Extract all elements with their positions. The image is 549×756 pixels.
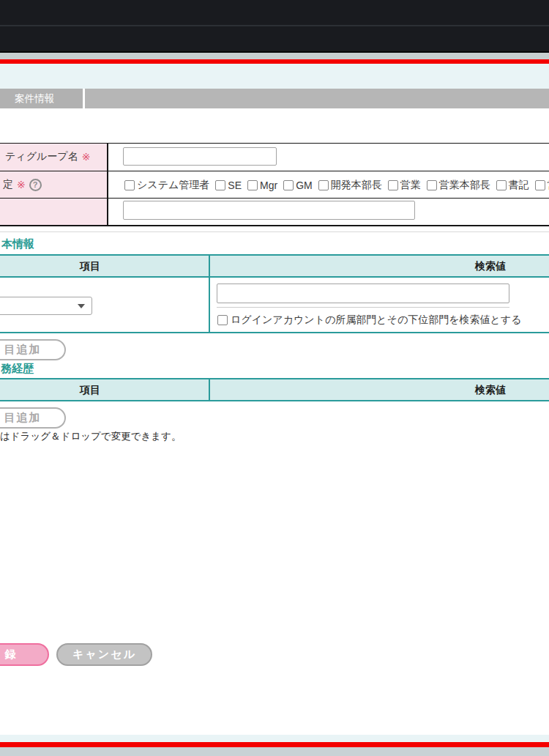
group-name-input[interactable] xyxy=(123,147,277,166)
page-footer-strip xyxy=(0,735,549,742)
role-checkbox-mgr[interactable]: Mgr xyxy=(247,179,277,191)
form-border-vertical xyxy=(107,143,108,226)
career-table-border-bottom xyxy=(0,400,549,401)
red-accent-line-bottom xyxy=(0,742,549,747)
tab-label: 案件情報 xyxy=(15,92,54,105)
checkbox-icon[interactable] xyxy=(124,180,135,190)
bottom-gray-bar xyxy=(0,747,549,756)
browser-chrome-bar-bottom xyxy=(0,26,549,51)
career-heading: 務経歴 xyxy=(1,362,34,376)
label-cell-empty xyxy=(0,199,107,225)
basic-info-heading: 本情報 xyxy=(1,237,34,251)
basic-table-border-top xyxy=(0,254,549,256)
tab-anken-joho[interactable]: 案件情報 xyxy=(0,89,83,108)
section-separator xyxy=(0,231,549,232)
checkbox-icon[interactable] xyxy=(318,180,329,190)
add-item-button-basic[interactable]: 目追加 xyxy=(0,339,66,360)
login-scope-label: ログインアカウントの所属部門とその下位部門を検索値とする xyxy=(231,314,522,327)
checkbox-icon[interactable] xyxy=(496,180,507,190)
role-checkbox-sales-director[interactable]: 営業本部長 xyxy=(427,179,490,192)
basic-table-border-bottom xyxy=(0,332,549,333)
role-checkbox-sales[interactable]: 営業 xyxy=(388,179,421,192)
career-table-column-divider xyxy=(209,378,210,401)
cell-divider-line xyxy=(217,307,509,308)
form-border-bottom xyxy=(0,225,549,226)
checkbox-icon[interactable] xyxy=(215,180,225,190)
required-mark: ※ xyxy=(17,179,26,190)
role-checkbox-gm[interactable]: GM xyxy=(283,179,313,191)
basic-col-value: 検索値 xyxy=(417,260,549,273)
tab-divider xyxy=(83,89,85,108)
role-checkbox-system-admin[interactable]: システム管理者 xyxy=(124,179,209,192)
permission-label-row: 定 ※ ? xyxy=(3,178,42,191)
login-scope-checkbox[interactable]: ログインアカウントの所属部門とその下位部門を検索値とする xyxy=(217,314,522,327)
role-checkbox-sales-office[interactable]: 営業事務 xyxy=(535,179,549,192)
chevron-down-icon xyxy=(78,304,85,308)
checkbox-icon[interactable] xyxy=(217,315,228,325)
basic-table-column-divider xyxy=(209,254,210,333)
checkbox-icon[interactable] xyxy=(388,180,398,190)
group-name-label: ティグループ名 xyxy=(5,150,78,163)
browser-chrome-bar-top xyxy=(0,0,549,25)
career-col-item: 項目 xyxy=(17,384,163,397)
page: 案件情報 ティグループ名 ※ 定 ※ ? システム管理者 SE Mgr GM 開… xyxy=(0,0,549,756)
drag-drop-note: はドラッグ＆ドロップで変更できます。 xyxy=(0,430,181,443)
search-value-input[interactable] xyxy=(217,284,509,303)
role-checkbox-group: システム管理者 SE Mgr GM 開発本部長 営業 営業本部長 書記 営業事務 xyxy=(124,179,549,192)
checkbox-icon[interactable] xyxy=(535,180,545,190)
register-button[interactable]: 録 xyxy=(0,643,49,666)
basic-col-item: 項目 xyxy=(17,260,163,273)
role-checkbox-dev-director[interactable]: 開発本部長 xyxy=(318,179,382,192)
add-item-button-career[interactable]: 目追加 xyxy=(0,407,66,429)
role-checkbox-se[interactable]: SE xyxy=(215,179,242,191)
help-icon[interactable]: ? xyxy=(29,179,42,191)
form-border-row1 xyxy=(0,171,549,171)
checkbox-icon[interactable] xyxy=(247,180,258,190)
silver-strip xyxy=(0,53,549,59)
group-name-label-row: ティグループ名 ※ xyxy=(5,150,90,163)
required-mark: ※ xyxy=(82,151,91,163)
cancel-button[interactable]: キャンセル xyxy=(56,643,152,666)
checkbox-icon[interactable] xyxy=(283,180,294,190)
career-col-value: 検索値 xyxy=(417,384,549,397)
role-checkbox-clerk[interactable]: 書記 xyxy=(496,179,529,192)
group-description-input[interactable] xyxy=(123,201,415,220)
permission-label: 定 xyxy=(3,178,13,191)
form-border-row2 xyxy=(0,198,549,199)
career-table-border-top xyxy=(0,378,549,379)
form-border-top xyxy=(0,143,549,144)
checkbox-icon[interactable] xyxy=(427,180,437,190)
page-header-strip xyxy=(0,64,549,89)
basic-table-border-header xyxy=(0,276,549,278)
item-select[interactable] xyxy=(0,297,92,315)
